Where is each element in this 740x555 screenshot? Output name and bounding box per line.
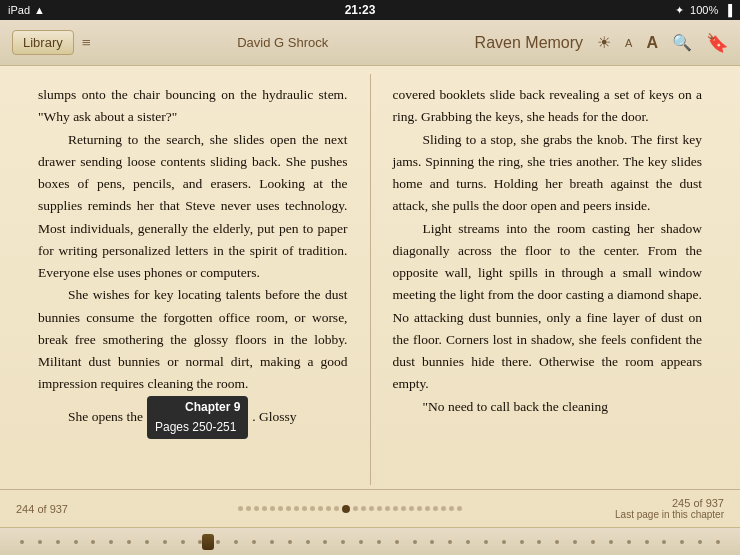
page-dot bbox=[353, 506, 358, 511]
page-dot bbox=[326, 506, 331, 511]
left-para-2: Returning to the search, she slides open… bbox=[38, 129, 348, 285]
book-author: David G Shrock bbox=[237, 35, 328, 50]
progress-dot bbox=[395, 540, 399, 544]
progress-dot bbox=[234, 540, 238, 544]
progress-dot bbox=[270, 540, 274, 544]
left-para-3: She wishes for key locating talents befo… bbox=[38, 284, 348, 395]
progress-dot bbox=[109, 540, 113, 544]
progress-dot bbox=[91, 540, 95, 544]
toolbar-right: Raven Memory ☀ A A 🔍 🔖 bbox=[475, 32, 728, 54]
progress-dot bbox=[609, 540, 613, 544]
page-dot bbox=[278, 506, 283, 511]
progress-dot bbox=[341, 540, 345, 544]
progress-thumb[interactable] bbox=[202, 534, 214, 550]
progress-dot bbox=[680, 540, 684, 544]
font-large-label[interactable]: A bbox=[646, 34, 658, 52]
page-dot bbox=[361, 506, 366, 511]
page-dot bbox=[369, 506, 374, 511]
menu-icon[interactable]: ≡ bbox=[82, 34, 91, 52]
progress-dot bbox=[698, 540, 702, 544]
right-para-2: Sliding to a stop, she grabs the knob. T… bbox=[393, 129, 703, 218]
page-dot bbox=[262, 506, 267, 511]
progress-dot bbox=[591, 540, 595, 544]
right-para-3: Light streams into the room casting her … bbox=[393, 218, 703, 396]
left-page: slumps onto the chair bouncing on the hy… bbox=[16, 74, 371, 485]
page-dot bbox=[270, 506, 275, 511]
page-dot bbox=[334, 506, 339, 511]
toolbar: Library ≡ David G Shrock Raven Memory ☀ … bbox=[0, 20, 740, 66]
progress-dot bbox=[555, 540, 559, 544]
status-left: iPad ▲ bbox=[8, 4, 45, 16]
toolbar-left: Library ≡ bbox=[12, 30, 91, 55]
page-dot bbox=[417, 506, 422, 511]
status-bar: iPad ▲ 21:23 ✦ 100% ▐ bbox=[0, 0, 740, 20]
right-page-info: 245 of 937 Last page in this chapter bbox=[604, 497, 724, 520]
left-page-num: 244 of 937 bbox=[16, 503, 96, 515]
progress-dot bbox=[181, 540, 185, 544]
progress-dot bbox=[74, 540, 78, 544]
progress-dot bbox=[252, 540, 256, 544]
library-button[interactable]: Library bbox=[12, 30, 74, 55]
progress-track[interactable] bbox=[20, 540, 720, 544]
page-dot bbox=[238, 506, 243, 511]
progress-dot bbox=[163, 540, 167, 544]
pages-area: slumps onto the chair bouncing on the hy… bbox=[0, 66, 740, 489]
book-title: Raven Memory bbox=[475, 34, 583, 52]
progress-dot bbox=[145, 540, 149, 544]
page-dot bbox=[286, 506, 291, 511]
status-time: 21:23 bbox=[345, 3, 376, 17]
progress-dot bbox=[573, 540, 577, 544]
page-dot bbox=[294, 506, 299, 511]
progress-dot bbox=[502, 540, 506, 544]
page-dot bbox=[441, 506, 446, 511]
progress-dot bbox=[627, 540, 631, 544]
progress-dot bbox=[520, 540, 524, 544]
wifi-icon: ▲ bbox=[34, 4, 45, 16]
page-dot bbox=[393, 506, 398, 511]
last-page-label: Last page in this chapter bbox=[604, 509, 724, 520]
progress-dot bbox=[306, 540, 310, 544]
progress-dot bbox=[377, 540, 381, 544]
progress-dot bbox=[56, 540, 60, 544]
progress-dot bbox=[537, 540, 541, 544]
progress-dot bbox=[127, 540, 131, 544]
bluetooth-icon: ✦ bbox=[675, 4, 684, 17]
left-para-1: slumps onto the chair bouncing on the hy… bbox=[38, 84, 348, 129]
page-dot bbox=[425, 506, 430, 511]
progress-area bbox=[0, 527, 740, 555]
page-dot bbox=[342, 505, 350, 513]
progress-dot bbox=[288, 540, 292, 544]
right-para-1: covered booklets slide back revealing a … bbox=[393, 84, 703, 129]
chapter-tooltip[interactable]: Chapter 9Pages 250-251 bbox=[147, 396, 248, 440]
progress-dot bbox=[216, 540, 220, 544]
right-para-4: "No need to call back the cleaning bbox=[393, 396, 703, 418]
right-page-num: 245 of 937 bbox=[604, 497, 724, 509]
chapter-label: Chapter 9 bbox=[185, 400, 240, 414]
progress-dot bbox=[323, 540, 327, 544]
page-dot bbox=[449, 506, 454, 511]
page-dot bbox=[457, 506, 462, 511]
font-small-label[interactable]: A bbox=[625, 37, 632, 49]
brightness-icon[interactable]: ☀ bbox=[597, 33, 611, 52]
battery-label: 100% bbox=[690, 4, 718, 16]
bookmark-icon[interactable]: 🔖 bbox=[706, 32, 728, 54]
battery-icon: ▐ bbox=[724, 4, 732, 16]
search-icon[interactable]: 🔍 bbox=[672, 33, 692, 52]
page-dot bbox=[401, 506, 406, 511]
page-dot bbox=[385, 506, 390, 511]
progress-dot bbox=[662, 540, 666, 544]
page-dot bbox=[254, 506, 259, 511]
book-container: Library ≡ David G Shrock Raven Memory ☀ … bbox=[0, 20, 740, 555]
progress-dot bbox=[716, 540, 720, 544]
page-dot bbox=[409, 506, 414, 511]
progress-dot bbox=[20, 540, 24, 544]
progress-dot bbox=[413, 540, 417, 544]
progress-dot bbox=[38, 540, 42, 544]
right-page: covered booklets slide back revealing a … bbox=[371, 74, 725, 485]
status-right: ✦ 100% ▐ bbox=[675, 4, 732, 17]
page-dot bbox=[246, 506, 251, 511]
progress-dot bbox=[484, 540, 488, 544]
progress-dot bbox=[359, 540, 363, 544]
page-dots-container bbox=[96, 505, 604, 513]
chapter-pages: Pages 250-251 bbox=[155, 420, 236, 434]
